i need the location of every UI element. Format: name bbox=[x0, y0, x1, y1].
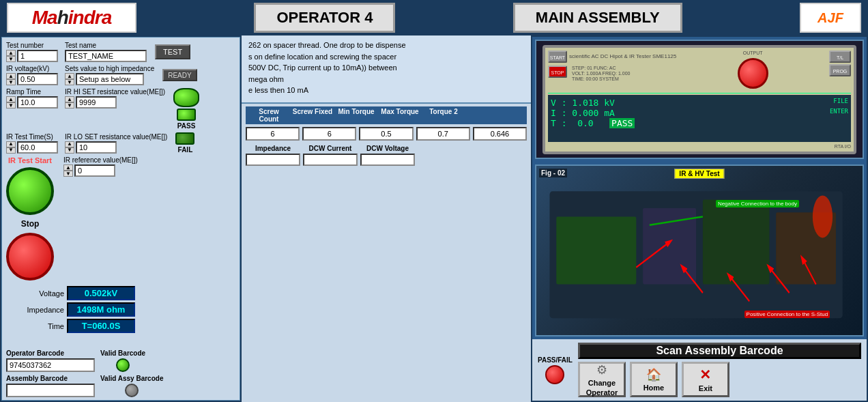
dev-file-info: FILE bbox=[833, 98, 848, 108]
spinner-up[interactable]: ▲ bbox=[6, 96, 16, 102]
spinner-down[interactable]: ▼ bbox=[65, 102, 74, 109]
ir-test-start-row: IR Test Start Stop IR reference value(ME… bbox=[6, 156, 235, 281]
instruction-line3: 500V DC, Trip current up to 10mA)) betwe… bbox=[248, 63, 397, 72]
max-torque-input[interactable] bbox=[416, 127, 470, 141]
home-label: Home bbox=[643, 384, 665, 392]
test-number-spinner[interactable]: ▲ ▼ bbox=[6, 50, 16, 62]
spinner-down[interactable]: ▼ bbox=[63, 171, 73, 177]
test-number-input[interactable]: 1 bbox=[17, 50, 58, 62]
instruction-line5: e less then 10 mA bbox=[248, 86, 308, 94]
home-button[interactable]: 🏠 Home bbox=[630, 362, 678, 397]
ir-hi-set-input[interactable] bbox=[76, 96, 117, 109]
dcw-voltage-input[interactable] bbox=[360, 154, 415, 166]
time-value: T=060.0S bbox=[67, 319, 135, 333]
spinner-up[interactable]: ▲ bbox=[65, 73, 74, 79]
assembly-barcode-label: Assembly Barcode bbox=[6, 375, 95, 382]
torque-section: Screw Count Screw Fixed Min Torque Max T… bbox=[242, 104, 531, 402]
start-dev-btn[interactable]: START bbox=[548, 51, 567, 63]
spinner-up[interactable]: ▲ bbox=[6, 73, 16, 79]
left-panel: Test number ▲ ▼ 1 Test name TEST_NAME TE… bbox=[1, 37, 240, 401]
assembly-barcode-input[interactable] bbox=[6, 384, 95, 397]
left-bottom-bar: Operator Barcode Valid Barcode Assembly … bbox=[2, 347, 240, 400]
time-label: Time bbox=[13, 322, 64, 330]
svg-point-11 bbox=[813, 195, 833, 238]
stop-button[interactable] bbox=[6, 233, 54, 281]
home-icon: 🏠 bbox=[646, 367, 661, 382]
operator-label: OPERATOR 4 bbox=[254, 3, 395, 33]
assembly-svg bbox=[536, 166, 863, 335]
ramp-time-label: Ramp Time bbox=[6, 88, 58, 96]
dev-divider bbox=[548, 93, 851, 94]
setup-input[interactable] bbox=[76, 73, 144, 85]
valid-assy-label: Valid Assy Barcode bbox=[100, 375, 163, 382]
dev-volt-info: VOLT: 1.000A FREQ: 1.000 bbox=[572, 71, 630, 76]
dev-red-btn[interactable] bbox=[738, 58, 768, 89]
change-operator-line1: Change bbox=[588, 379, 616, 387]
dev-bottom-btns: RTA I/O bbox=[548, 144, 851, 149]
screw-fixed-input[interactable] bbox=[302, 127, 356, 141]
ir-voltage-input[interactable] bbox=[17, 73, 58, 85]
scan-action-section: Scan Assembly Barcode ⚙ Change Operator … bbox=[578, 343, 861, 397]
instruction-line2: s on define location and screwing the sp… bbox=[248, 53, 396, 61]
impedance-bottom-input[interactable] bbox=[246, 154, 300, 166]
test-name-input[interactable]: TEST_NAME bbox=[65, 50, 147, 62]
ir-lo-spinner[interactable]: ▲ ▼ bbox=[65, 141, 74, 154]
center-panel: 262 on spacer thread. One drop to be dis… bbox=[242, 35, 531, 402]
dcw-current-label: DCW Current bbox=[303, 145, 358, 152]
spinner-up[interactable]: ▲ bbox=[63, 164, 73, 171]
ir-ref-spinner[interactable]: ▲ ▼ bbox=[63, 164, 73, 177]
fig-label: Fig - 02 bbox=[539, 169, 567, 177]
spinner-down[interactable]: ▼ bbox=[65, 147, 74, 154]
spinner-down[interactable]: ▼ bbox=[65, 79, 74, 85]
pass-fail-section: PASS/FAIL bbox=[538, 356, 573, 384]
screw-count-input[interactable] bbox=[246, 127, 300, 141]
operator-barcode-input[interactable] bbox=[6, 358, 95, 372]
dcw-current-input[interactable] bbox=[303, 154, 358, 166]
device-display: V : 1.018 kV FILE I : 0.000 mA ENTER T :… bbox=[548, 95, 851, 142]
test-name-label: Test name bbox=[65, 42, 147, 49]
right-bottom-bar: PASS/FAIL Scan Assembly Barcode ⚙ Change… bbox=[532, 339, 867, 401]
spinner-down[interactable]: ▼ bbox=[6, 56, 16, 62]
ir-test-time-input[interactable] bbox=[17, 141, 58, 154]
svg-rect-3 bbox=[703, 200, 770, 285]
ready-button[interactable]: READY bbox=[162, 69, 197, 81]
exit-button[interactable]: ✕ Exit bbox=[682, 362, 729, 397]
prog-btn[interactable]: T/L bbox=[829, 51, 851, 63]
torque2-input[interactable] bbox=[473, 127, 527, 141]
stop-label: Stop bbox=[21, 219, 40, 229]
ir-hi-spinner[interactable]: ▲ ▼ bbox=[65, 96, 74, 109]
dev-pass-display: PASS bbox=[609, 118, 635, 128]
pass-led bbox=[177, 109, 196, 121]
spinner-down[interactable]: ▼ bbox=[6, 147, 16, 154]
spinner-down[interactable]: ▼ bbox=[6, 79, 16, 85]
prog2-btn[interactable]: PROG bbox=[829, 64, 851, 76]
impedance-bottom-label: Impedance bbox=[246, 145, 300, 152]
device-image: START scientific AC DC Hipot & IR Tester… bbox=[535, 40, 864, 159]
pos-connection-label: Positive Connection to the S-Stud bbox=[744, 311, 830, 318]
device-top: START scientific AC DC Hipot & IR Tester… bbox=[548, 51, 851, 89]
ir-voltage-spinner[interactable]: ▲ ▼ bbox=[6, 73, 16, 85]
test-number-row: Test number ▲ ▼ 1 Test name TEST_NAME TE… bbox=[6, 42, 235, 62]
ir-lo-set-input[interactable] bbox=[76, 141, 117, 154]
neg-connection-label: Negative Connection to the body bbox=[716, 200, 799, 207]
setup-spinner[interactable]: ▲ ▼ bbox=[65, 73, 74, 85]
start-button[interactable] bbox=[6, 167, 54, 215]
ramp-time-spinner[interactable]: ▲ ▼ bbox=[6, 96, 16, 109]
stop-dev-btn[interactable]: STOP bbox=[548, 66, 567, 78]
main-content: Test number ▲ ▼ 1 Test name TEST_NAME TE… bbox=[0, 35, 868, 402]
spinner-up[interactable]: ▲ bbox=[6, 50, 16, 56]
valid-barcode-led bbox=[116, 358, 130, 372]
spinner-down[interactable]: ▼ bbox=[6, 102, 16, 109]
ir-test-time-spinner[interactable]: ▲ ▼ bbox=[6, 141, 16, 154]
min-torque-input[interactable] bbox=[359, 127, 413, 141]
ramp-time-input[interactable] bbox=[17, 96, 58, 109]
ir-ref-input[interactable] bbox=[74, 164, 115, 177]
operator-barcode-label: Operator Barcode bbox=[6, 349, 95, 357]
spinner-up[interactable]: ▲ bbox=[65, 96, 74, 102]
scan-assembly-barcode-button[interactable]: Scan Assembly Barcode bbox=[578, 343, 861, 359]
test-button[interactable]: TEST bbox=[155, 44, 190, 59]
change-operator-button[interactable]: ⚙ Change Operator bbox=[578, 362, 626, 397]
test-number-label: Test number bbox=[6, 42, 58, 49]
fail-led bbox=[175, 132, 194, 145]
device-brand: scientific AC DC Hipot & IR Tester SME11… bbox=[569, 53, 676, 59]
